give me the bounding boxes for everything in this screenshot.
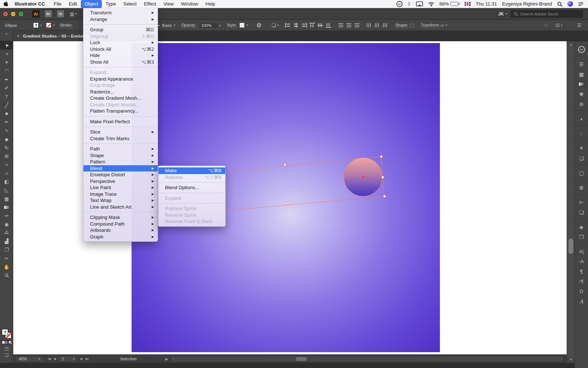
- panel-dock-toggle-icon[interactable]: ⊡▾: [554, 22, 562, 28]
- object-menu-item-compound-path[interactable]: Compound Path▶: [83, 221, 158, 227]
- pen-tool[interactable]: ✒: [0, 75, 13, 84]
- object-menu-item-hide[interactable]: Hide▶: [83, 52, 158, 59]
- menubar-item-illustrator-cc[interactable]: Illustrator CC: [11, 0, 49, 8]
- toolbar-collapse-icon[interactable]: »: [0, 31, 13, 41]
- blend-submenu-item-blend-options[interactable]: Blend Options...: [158, 184, 225, 191]
- status-readout[interactable]: Selection: [120, 357, 136, 361]
- object-menu-item-unlock-all[interactable]: Unlock All⌥⌘2: [83, 46, 158, 53]
- menubar-item-help[interactable]: Help: [202, 0, 219, 8]
- gradient-panel-icon[interactable]: [575, 79, 588, 89]
- previous-artboard-icon[interactable]: ◀: [53, 357, 55, 361]
- artboard-tool[interactable]: ❐: [0, 245, 13, 254]
- shaper-tool[interactable]: ∿: [0, 126, 13, 135]
- scroll-right-icon[interactable]: ›: [561, 357, 562, 361]
- curvature-tool[interactable]: ✐: [0, 84, 13, 92]
- tab-close-icon[interactable]: ×: [17, 33, 20, 39]
- adobe-stock-search-input[interactable]: Search Adobe Stock: [511, 10, 583, 18]
- eraser-tool[interactable]: ◆: [0, 135, 13, 144]
- swatches-panel-icon[interactable]: ▦: [575, 69, 588, 79]
- rectangle-tool[interactable]: ■: [0, 109, 13, 118]
- object-menu-item-shape[interactable]: Shape▶: [83, 152, 158, 159]
- object-menu-item-create-trim-marks[interactable]: Create Trim Marks: [83, 135, 158, 142]
- menubar-item-object[interactable]: Object: [81, 0, 102, 8]
- object-menu-item-live-paint[interactable]: Live Paint▶: [83, 184, 158, 191]
- slice-tool[interactable]: ✂: [0, 254, 13, 263]
- opacity-disclosure-icon[interactable]: ›: [219, 22, 221, 28]
- transform-label[interactable]: Transform: [421, 23, 439, 28]
- profile-chevron-icon[interactable]: ▾: [174, 24, 175, 27]
- arrange-documents-icon[interactable]: ▥ ▾: [70, 11, 76, 17]
- stock-button[interactable]: St: [57, 10, 64, 17]
- object-menu-item-envelope-distort[interactable]: Envelope Distort▶: [83, 171, 158, 178]
- last-artboard-icon[interactable]: ▶|: [86, 357, 88, 361]
- width-tool[interactable]: ≈: [0, 160, 13, 169]
- free-transform-tool[interactable]: ▱: [0, 169, 13, 177]
- shape-builder-tool[interactable]: ◧: [0, 177, 13, 186]
- gradient-tool[interactable]: [0, 203, 13, 212]
- object-menu-item-perspective[interactable]: Perspective▶: [83, 178, 158, 185]
- layers-panel-icon[interactable]: ◈: [575, 222, 588, 232]
- selection-tool[interactable]: ➤: [0, 41, 13, 50]
- menubar-item-file[interactable]: File: [50, 0, 65, 8]
- symbols-panel-icon[interactable]: ⚘: [575, 143, 588, 153]
- document-setup-icon[interactable]: ❏▾: [270, 22, 279, 28]
- type-tool[interactable]: T: [0, 92, 13, 101]
- zoom-window-button[interactable]: [19, 12, 23, 16]
- screen-mode-icon[interactable]: ❏: [5, 353, 9, 357]
- character-styles-panel-icon[interactable]: ▫A: [575, 256, 588, 266]
- first-artboard-icon[interactable]: |◀: [48, 357, 50, 361]
- eyedropper-tool[interactable]: ✑: [0, 212, 13, 220]
- object-menu-item-make-pixel-perfect[interactable]: Make Pixel Perfect: [83, 118, 158, 125]
- options-menu-icon[interactable]: ☰: [577, 22, 581, 28]
- vertical-align-center[interactable]: [318, 23, 323, 28]
- stroke-label[interactable]: Stroke:: [60, 23, 72, 28]
- transform-icon[interactable]: ▱: [441, 22, 444, 28]
- object-menu-item-clipping-mask[interactable]: Clipping Mask▶: [83, 214, 158, 221]
- object-menu-item-graph[interactable]: Graph▶: [83, 234, 158, 240]
- next-artboard-icon[interactable]: ▶: [80, 357, 83, 361]
- creative-cloud-menubar-icon[interactable]: cc: [396, 1, 403, 7]
- notification-center-icon[interactable]: [578, 2, 584, 6]
- fill-chevron-icon[interactable]: ▾: [40, 24, 42, 27]
- horizontal-scrollbar[interactable]: ‹ ›: [171, 356, 564, 362]
- object-menu-item-pattern[interactable]: Pattern▶: [83, 159, 158, 165]
- blend-submenu-item-make[interactable]: Make⌥⌘B: [158, 167, 225, 174]
- color-panel-icon[interactable]: ☰: [575, 59, 588, 69]
- scroll-down-icon[interactable]: ▼: [567, 358, 575, 361]
- blend-tool[interactable]: ◉: [0, 220, 13, 229]
- object-menu-item-slice[interactable]: Slice▶: [83, 129, 158, 135]
- selection-handle-bottom-right[interactable]: [383, 195, 386, 198]
- menubar-item-type[interactable]: Type: [102, 0, 119, 8]
- rotate-tool[interactable]: ↻: [0, 144, 13, 152]
- stroke-panel-icon[interactable]: ◗: [575, 114, 588, 124]
- selection-handle-right-mid[interactable]: [381, 176, 384, 178]
- glyphs-panel-icon[interactable]: A: [575, 296, 588, 306]
- vertical-scroll-thumb[interactable]: [569, 238, 573, 254]
- none-button[interactable]: [8, 341, 12, 344]
- symbol-sprayer-tool[interactable]: ⁂: [0, 229, 13, 237]
- input-language-flag-icon[interactable]: [465, 2, 471, 6]
- selection-handle-top-right[interactable]: [380, 155, 383, 158]
- scroll-up-icon[interactable]: ▲: [567, 43, 575, 46]
- horizontal-distribute-center[interactable]: [374, 23, 380, 28]
- siri-icon[interactable]: [567, 1, 573, 7]
- brushes-panel-icon[interactable]: ◌: [575, 128, 588, 138]
- arrange-grid-icon[interactable]: ∷: [544, 22, 547, 28]
- artboards-panel-icon[interactable]: ❐: [575, 232, 588, 242]
- spotlight-search-icon[interactable]: [557, 1, 562, 7]
- fill-stroke-indicator[interactable]: ?: [2, 329, 11, 339]
- selection-handle-top-mid[interactable]: [284, 163, 286, 166]
- menubar-item-select[interactable]: Select: [119, 0, 140, 8]
- horizontal-align-right[interactable]: [301, 23, 307, 28]
- vertical-align-top[interactable]: [309, 23, 315, 28]
- scroll-left-icon[interactable]: ‹: [172, 357, 173, 361]
- minimize-window-button[interactable]: [11, 12, 15, 16]
- creative-cloud-icon[interactable]: cc: [575, 45, 588, 54]
- style-label[interactable]: Style:: [227, 23, 237, 28]
- object-menu-item-create-gradient-mesh[interactable]: Create Gradient Mesh...: [83, 95, 158, 102]
- vertical-distribute-center[interactable]: [346, 23, 352, 28]
- horizontal-align-center[interactable]: [293, 23, 299, 28]
- object-menu-item-flatten-transparency[interactable]: Flatten Transparency...: [83, 108, 158, 114]
- gradient-button[interactable]: [5, 341, 8, 344]
- menubar-item-effect[interactable]: Effect: [140, 0, 160, 8]
